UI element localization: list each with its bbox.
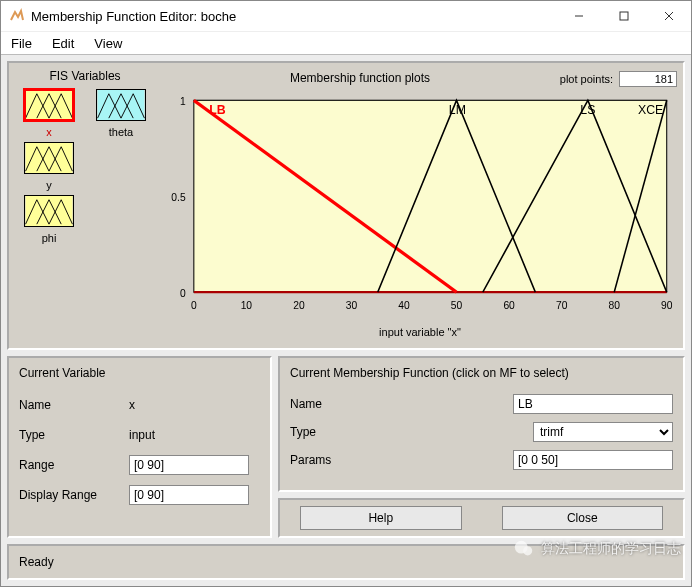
mf-label-ls: LS [580, 101, 595, 117]
current-variable-panel: Current Variable Name x Type input Range… [7, 356, 272, 538]
mf-name-input[interactable] [513, 394, 673, 414]
fis-var-label: y [24, 179, 74, 191]
maximize-button[interactable] [601, 1, 646, 31]
svg-rect-8 [194, 100, 667, 292]
plot-points-input[interactable] [619, 71, 677, 87]
mf-params-input[interactable] [513, 450, 673, 470]
menu-view[interactable]: View [90, 34, 126, 53]
fis-var-theta[interactable]: theta [96, 89, 146, 138]
cv-range-label: Range [19, 458, 129, 472]
mf-plot[interactable]: LB LM LS XCE 0 0.5 1 0 10 20 30 [163, 89, 677, 326]
titlebar: Membership Function Editor: boche [1, 1, 691, 32]
cv-name-value: x [129, 398, 135, 412]
cv-drange-label: Display Range [19, 488, 129, 502]
cv-type-value: input [129, 428, 155, 442]
button-panel: Help Close [278, 498, 685, 538]
svg-text:0: 0 [191, 299, 197, 312]
svg-text:10: 10 [241, 299, 252, 312]
svg-text:60: 60 [503, 299, 514, 312]
close-button[interactable]: Close [502, 506, 664, 530]
fis-var-label: x [24, 126, 74, 138]
fis-variables-panel: FIS Variables x theta [15, 69, 155, 342]
fis-var-label: theta [96, 126, 146, 138]
menu-file[interactable]: File [7, 34, 36, 53]
fis-var-icon [24, 142, 74, 174]
menu-edit[interactable]: Edit [48, 34, 78, 53]
mf-label-lb: LB [209, 101, 225, 117]
svg-text:40: 40 [398, 299, 409, 312]
fis-var-icon [24, 89, 74, 121]
svg-text:0.5: 0.5 [171, 190, 185, 203]
current-mf-panel: Current Membership Function (click on MF… [278, 356, 685, 492]
mf-params-label: Params [290, 453, 370, 467]
plot-panel: Membership function plots plot points: [163, 69, 677, 342]
cv-range-input[interactable] [129, 455, 249, 475]
help-button[interactable]: Help [300, 506, 462, 530]
status-text: Ready [19, 555, 54, 569]
menubar: File Edit View [1, 32, 691, 55]
cv-drange-input[interactable] [129, 485, 249, 505]
close-icon [664, 11, 674, 21]
svg-text:80: 80 [608, 299, 619, 312]
fis-variables-heading: FIS Variables [49, 69, 120, 83]
mf-type-select[interactable]: trimf [533, 422, 673, 442]
mf-label-lm: LM [449, 101, 466, 117]
mf-label-xce: XCE [638, 101, 664, 117]
fis-var-icon [96, 89, 146, 121]
matlab-logo-icon [9, 8, 25, 24]
svg-text:50: 50 [451, 299, 462, 312]
svg-text:90: 90 [661, 299, 672, 312]
plot-points-label: plot points: [560, 73, 613, 85]
plot-title: Membership function plots [163, 71, 557, 85]
mf-name-label: Name [290, 397, 370, 411]
xaxis-label: input variable "x" [163, 326, 677, 342]
current-mf-heading: Current Membership Function (click on MF… [290, 366, 673, 380]
svg-text:70: 70 [556, 299, 567, 312]
window-title: Membership Function Editor: boche [31, 9, 556, 24]
minimize-button[interactable] [556, 1, 601, 31]
svg-rect-1 [620, 12, 628, 20]
svg-text:30: 30 [346, 299, 357, 312]
fis-var-label: phi [24, 232, 74, 244]
cv-type-label: Type [19, 428, 129, 442]
minimize-icon [574, 11, 584, 21]
status-bar: Ready [7, 544, 685, 580]
fis-var-y[interactable]: y [24, 142, 74, 191]
svg-text:20: 20 [293, 299, 304, 312]
mf-type-label: Type [290, 425, 370, 439]
maximize-icon [619, 11, 629, 21]
svg-text:0: 0 [180, 286, 186, 299]
close-window-button[interactable] [646, 1, 691, 31]
svg-text:1: 1 [180, 94, 186, 107]
fis-var-x[interactable]: x [24, 89, 74, 138]
current-variable-heading: Current Variable [19, 366, 260, 380]
fis-var-icon [24, 195, 74, 227]
fis-var-phi[interactable]: phi [24, 195, 74, 244]
cv-name-label: Name [19, 398, 129, 412]
